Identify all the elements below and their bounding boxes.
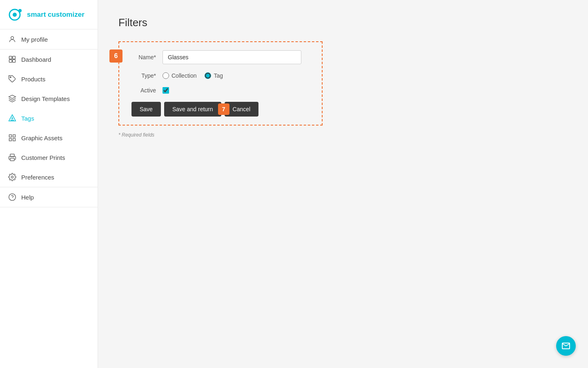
sidebar-item-graphic-assets[interactable]: Graphic Assets [0,128,98,148]
form-row-type: Type* Collection Tag [131,72,310,79]
svg-rect-13 [9,135,12,137]
active-checkbox[interactable] [163,87,169,94]
person-icon [8,35,16,43]
svg-rect-16 [13,139,16,141]
gear-icon [8,173,16,181]
form-row-active: Active [131,87,310,94]
radio-label-collection: Collection [172,72,196,79]
radio-label-tag: Tag [214,72,223,79]
svg-rect-5 [13,56,16,59]
help-icon [8,193,16,201]
dashboard-icon [8,55,16,63]
svg-rect-18 [10,158,14,161]
main-content: Filters 6 Name* Type* Collection [98,0,588,368]
sidebar-item-products[interactable]: Products [0,69,98,89]
svg-point-8 [10,77,11,78]
sidebar-item-label-help: Help [21,194,34,201]
sidebar-item-label-design-templates: Design Templates [21,95,70,102]
svg-point-20 [9,194,16,201]
chat-button[interactable] [556,336,576,356]
sidebar-item-tags[interactable]: Tags [0,108,98,128]
tag-icon [8,75,16,83]
radio-collection[interactable] [163,72,169,79]
step-badge-7: 7 [218,103,229,115]
sidebar-section-profile: My profile [0,29,98,49]
sidebar-item-label-my-profile: My profile [21,36,48,43]
sidebar-section-help: Help [0,187,98,207]
radio-tag[interactable] [205,72,211,79]
sidebar-item-label-preferences: Preferences [21,174,54,181]
name-input[interactable] [163,50,301,64]
save-button[interactable]: Save [131,102,161,117]
form-row-name: Name* [131,50,310,64]
svg-point-1 [13,13,17,17]
form-card: Name* Type* Collection Tag [118,41,323,126]
sidebar-item-preferences[interactable]: Preferences [0,167,98,187]
cancel-button[interactable]: Cancel [225,102,259,117]
sidebar: smart customizer My profile [0,0,98,368]
sidebar-item-design-templates[interactable]: Design Templates [0,89,98,108]
print-icon [8,153,16,162]
svg-point-19 [11,176,13,178]
svg-rect-6 [9,60,12,63]
page-title: Filters [118,16,568,29]
sidebar-item-dashboard[interactable]: Dashboard [0,49,98,69]
cancel-wrapper: 7 Cancel [225,102,259,117]
app-logo-icon [8,7,23,22]
chat-icon [561,341,571,351]
sidebar-item-customer-prints[interactable]: Customer Prints [0,148,98,167]
form-container: 6 Name* Type* Collection Tag [118,41,323,138]
type-label: Type* [131,72,156,79]
save-return-button[interactable]: Save and return [164,102,221,117]
sidebar-item-label-products: Products [21,76,45,83]
type-radio-group: Collection Tag [163,72,223,79]
app-name: smart customizer [27,11,85,19]
svg-rect-14 [13,135,16,137]
radio-option-tag[interactable]: Tag [205,72,223,79]
sidebar-item-label-graphic-assets: Graphic Assets [21,135,62,141]
design-icon [8,94,16,103]
sidebar-item-label-dashboard: Dashboard [21,56,51,63]
svg-point-2 [18,9,22,12]
filter-icon [8,114,16,122]
svg-rect-15 [9,139,12,141]
sidebar-item-label-tags: Tags [21,115,34,122]
step-badge-6: 6 [109,49,122,63]
name-label: Name* [131,54,156,61]
sidebar-item-help[interactable]: Help [0,187,98,207]
grid-icon [8,134,16,142]
svg-rect-7 [13,60,16,63]
active-label: Active [131,87,156,94]
svg-rect-4 [9,56,12,59]
button-row: Save Save and return 7 Cancel [131,102,310,117]
svg-point-3 [11,36,14,39]
required-note: * Required fields [118,132,323,138]
sidebar-item-label-customer-prints: Customer Prints [21,154,65,161]
sidebar-item-my-profile[interactable]: My profile [0,29,98,49]
sidebar-section-main: Dashboard Products Design Templates [0,49,98,187]
radio-option-collection[interactable]: Collection [163,72,196,79]
logo-area: smart customizer [0,0,98,29]
